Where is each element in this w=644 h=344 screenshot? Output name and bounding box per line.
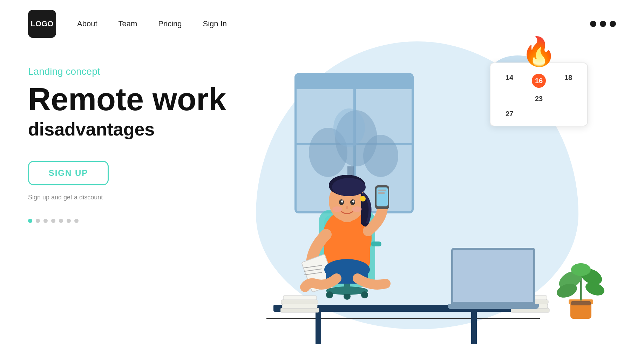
calendar: 🔥 14 16 18 23 27 (490, 62, 588, 126)
pagination (28, 219, 238, 223)
hero-illustration: 🔥 14 16 18 23 27 (238, 52, 616, 340)
cal-23: 23 (526, 93, 552, 105)
cal-16-wrapper: 16 (526, 72, 552, 90)
nav-about[interactable]: About (77, 19, 97, 28)
main-title-line1: Remote work (28, 84, 238, 115)
plant (556, 249, 605, 319)
svg-point-50 (341, 200, 343, 203)
cal-18: 18 (555, 72, 582, 90)
main-content: Landing concept Remote work disadvantage… (0, 38, 644, 340)
svg-point-47 (360, 196, 366, 201)
pag-dot-5[interactable] (59, 219, 63, 223)
cal-spacer2 (555, 93, 582, 105)
nav-signin[interactable]: Sign In (203, 19, 227, 28)
cal-spacer (496, 93, 523, 105)
logo[interactable]: LO GO (28, 10, 56, 38)
pag-dot-6[interactable] (67, 219, 71, 223)
nav-team[interactable]: Team (118, 19, 137, 28)
svg-rect-35 (378, 190, 386, 191)
laptop-base (448, 304, 539, 309)
svg-point-19 (571, 263, 591, 276)
cal-16: 16 (532, 74, 546, 88)
svg-rect-36 (378, 192, 385, 194)
dot-2 (600, 21, 606, 27)
svg-point-51 (352, 200, 354, 203)
main-title-line2: disadvantages (28, 119, 238, 140)
signup-caption: Sign up and get a discount (28, 194, 238, 201)
pag-dot-3[interactable] (43, 219, 48, 223)
header-menu-dots[interactable] (590, 21, 616, 27)
laptop-screen (451, 248, 535, 304)
navigation: About Team Pricing Sign In (77, 19, 227, 28)
signup-button[interactable]: SIGN UP (28, 161, 109, 185)
cal-spacer4 (555, 108, 582, 120)
svg-rect-28 (344, 284, 350, 294)
fire-icon: 🔥 (521, 35, 556, 68)
hero-left: Landing concept Remote work disadvantage… (28, 52, 238, 340)
cal-27: 27 (496, 108, 523, 120)
svg-point-53 (352, 206, 362, 212)
svg-point-52 (332, 206, 342, 212)
person-illustration (284, 147, 410, 315)
svg-point-25 (326, 291, 333, 298)
header: LO GO About Team Pricing Sign In (0, 0, 644, 38)
pag-dot-1[interactable] (28, 219, 32, 223)
desk-leg-right (471, 312, 477, 344)
calendar-grid: 14 16 18 23 27 (496, 72, 582, 120)
svg-rect-15 (571, 301, 591, 305)
nav-pricing[interactable]: Pricing (158, 19, 182, 28)
dot-1 (590, 21, 596, 27)
svg-rect-30 (371, 242, 381, 246)
laptop (451, 248, 539, 309)
svg-point-4 (333, 108, 365, 147)
svg-point-27 (361, 291, 368, 298)
pag-dot-7[interactable] (74, 219, 79, 223)
cal-spacer3 (526, 108, 552, 120)
landing-label: Landing concept (28, 66, 238, 77)
cal-14: 14 (496, 72, 523, 90)
dot-3 (610, 21, 616, 27)
pag-dot-2[interactable] (36, 219, 40, 223)
pag-dot-4[interactable] (51, 219, 55, 223)
svg-point-46 (332, 178, 366, 196)
